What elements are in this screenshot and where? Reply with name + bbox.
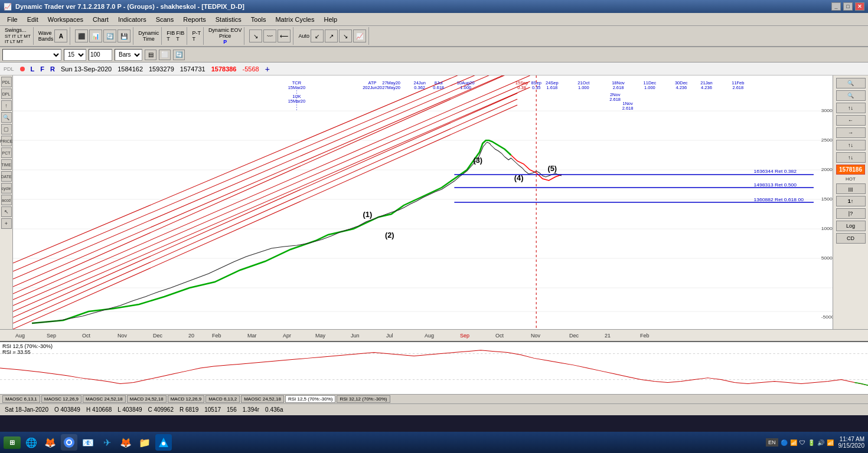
status-r: R 6819 <box>180 406 198 413</box>
tool-time[interactable]: TIME <box>1 159 12 170</box>
menu-workspaces[interactable]: Workspaces <box>43 15 88 24</box>
taskbar-email[interactable]: 📧 <box>80 434 96 451</box>
rs-help-btn[interactable]: |? <box>836 208 866 219</box>
chart-btn-4[interactable]: 💾 <box>118 29 130 42</box>
taskbar-app[interactable] <box>155 434 172 451</box>
display-btn-2[interactable]: ⬜ <box>159 50 171 60</box>
tool-arrow[interactable]: ↑ <box>1 100 12 111</box>
minimize-button[interactable]: _ <box>831 2 841 11</box>
rs-log-btn[interactable]: Log <box>836 221 866 231</box>
rs-cd-btn[interactable]: CD <box>836 233 866 244</box>
taskbar-folder[interactable]: 📁 <box>136 434 153 451</box>
menu-matrix[interactable]: Matrix Cycles <box>270 15 319 24</box>
tool-pct[interactable]: PCT <box>1 147 12 158</box>
title-text: Dynamic Trader ver 7.1.2.218 7.0 P - (Gr… <box>15 3 244 10</box>
svg-text:15Mar20: 15Mar20 <box>288 85 305 90</box>
rs-nav2-btn[interactable]: ↑↓ <box>836 152 866 163</box>
maximize-button[interactable]: □ <box>843 2 853 11</box>
auto-btn-4[interactable]: 📈 <box>353 29 366 42</box>
svg-text:2.618: 2.618 <box>622 106 634 111</box>
ind-tab-7[interactable]: MAOSC 24,52,18 <box>241 395 284 403</box>
tool-cycle[interactable]: cycle <box>1 183 12 193</box>
wave-btn-3[interactable]: ⟵ <box>278 29 291 42</box>
info-add[interactable]: + <box>265 64 270 74</box>
svg-text:1636344 Ret 0.382: 1636344 Ret 0.382 <box>754 169 797 174</box>
svg-text:2.618: 2.618 <box>609 97 621 102</box>
ind-tab-1[interactable]: MAOSC 6,13,1 <box>2 395 40 403</box>
rsi-label2: RSI = 33.55 <box>2 349 53 355</box>
taskbar-firefox[interactable]: 🦊 <box>42 434 58 451</box>
menu-indicators[interactable]: Indicators <box>113 15 151 24</box>
menu-file[interactable]: File <box>2 15 22 24</box>
taskbar-chrome[interactable] <box>61 434 77 451</box>
ind-tab-6[interactable]: MACD 6,13,2 <box>205 395 240 403</box>
auto-btn-1[interactable]: ↙ <box>311 29 324 42</box>
period-select[interactable]: 15 <box>64 49 86 61</box>
svg-text:1360882 Ret 0.618 00: 1360882 Ret 0.618 00 <box>754 197 804 202</box>
tool-zoom[interactable]: 🔍 <box>1 112 12 123</box>
tool-price[interactable]: PRICE <box>1 136 12 146</box>
chart-main[interactable]: (1) (2) (3) (4) (5) TCR 15Mar20 1UK 15Ma… <box>13 76 833 329</box>
auto-btn-2[interactable]: ↗ <box>325 29 338 42</box>
toolbar-wave-bands: WaveBands A <box>36 27 71 45</box>
taskbar-firefox2[interactable]: 🦊 <box>118 434 134 451</box>
svg-text:4.236: 4.236 <box>676 85 687 90</box>
chart-btn-3[interactable]: 🔄 <box>103 29 116 42</box>
status-bar: Sat 18-Jan-2020 O 403849 H 410668 L 4038… <box>0 403 868 415</box>
svg-text:1000000: 1000000 <box>821 226 833 231</box>
menu-help[interactable]: Help <box>319 15 342 24</box>
close-button[interactable]: ✕ <box>855 2 864 11</box>
ind-tab-9[interactable]: RSI 32,12 (70%:-30%) <box>337 395 390 403</box>
svg-rect-90 <box>0 342 868 394</box>
tool-select[interactable]: ▢ <box>1 124 12 134</box>
menu-scans[interactable]: Scans <box>151 15 179 24</box>
menu-statistics[interactable]: Statistics <box>211 15 246 24</box>
tool-date[interactable]: DATE <box>1 171 12 182</box>
menu-reports[interactable]: Reports <box>178 15 211 24</box>
menu-edit[interactable]: Edit <box>22 15 43 24</box>
ind-tab-4[interactable]: MACD 24,52,18 <box>127 395 167 403</box>
tool-pdl[interactable]: PDL <box>1 77 12 87</box>
wave-btn-1[interactable]: ↘ <box>249 29 262 42</box>
tool-accord[interactable]: accd <box>1 195 12 205</box>
ind-tab-8[interactable]: RSI 12,5 (70%:-30%) <box>285 395 336 403</box>
display-select[interactable]: Bars <box>115 49 142 61</box>
info-v2: 1593279 <box>149 65 174 73</box>
rs-q-btn[interactable]: 1↑ <box>836 196 866 206</box>
menu-chart[interactable]: Chart <box>88 15 113 24</box>
start-button[interactable]: ⊞ <box>4 436 21 449</box>
menu-tools[interactable]: Tools <box>246 15 271 24</box>
svg-text:Sep: Sep <box>460 333 469 339</box>
bars-input[interactable] <box>89 49 112 61</box>
display-btn-1[interactable]: ▤ <box>145 50 156 60</box>
rs-zoom-btn[interactable]: 🔍 <box>836 78 866 88</box>
rsi-label: RSI 12,5 (70%:-30%) RSI = 33.55 <box>2 343 53 355</box>
svg-text:-500000: -500000 <box>821 314 833 320</box>
taskbar-ie[interactable]: 🌐 <box>23 434 40 451</box>
symbol-select[interactable] <box>2 49 61 61</box>
tool-plus[interactable]: + <box>1 218 12 229</box>
display-btn-3[interactable]: 🔄 <box>173 50 185 60</box>
rs-left-btn[interactable]: ← <box>836 115 866 126</box>
status-ratio1: 1.394r <box>243 406 259 413</box>
rs-hot-btn[interactable]: |||| <box>836 183 866 194</box>
rs-nav-btn[interactable]: ↑↓ <box>836 140 866 150</box>
rs-right-btn[interactable]: → <box>836 127 866 138</box>
tool-dpli[interactable]: DPL <box>1 88 12 99</box>
ind-tab-5[interactable]: MACD 12,26,9 <box>168 395 204 403</box>
wave-a-button[interactable]: A <box>54 29 67 42</box>
ind-tab-3[interactable]: MAOSC 24,52,18 <box>83 395 126 403</box>
taskbar-telegram[interactable]: ✈ <box>99 434 115 451</box>
rs-zoom-out-btn[interactable]: 🔍 <box>836 90 866 101</box>
dynamic-time-label: Dynamic <box>138 30 159 36</box>
wave-btn-2[interactable]: 〰 <box>263 29 276 42</box>
chart-btn-1[interactable]: ⬛ <box>75 29 88 42</box>
rs-up-btn[interactable]: ↑↓ <box>836 103 866 113</box>
chart-btn-2[interactable]: 📊 <box>89 29 102 42</box>
taskbar: ⊞ 🌐 🦊 📧 ✈ 🦊 📁 EN 🔵 📶 🛡 🔋 🔊 📶 11:47 AM <box>0 432 868 453</box>
ind-tab-2[interactable]: MAOSC 12,26,9 <box>41 395 81 403</box>
svg-text:Aug: Aug <box>15 333 25 339</box>
tool-cursor[interactable]: ↖ <box>1 206 12 217</box>
wave-label-2: (2) <box>385 231 394 239</box>
auto-btn-3[interactable]: ↘ <box>339 29 352 42</box>
